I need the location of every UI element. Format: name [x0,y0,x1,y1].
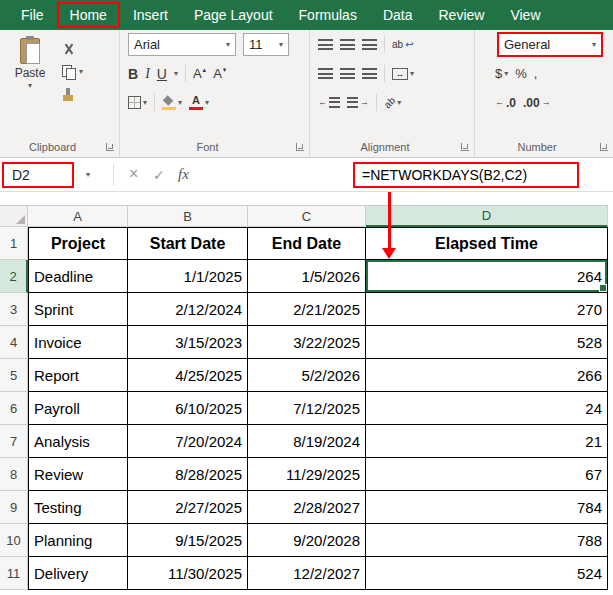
cell-D3[interactable]: 270 [366,293,608,326]
cell-C8[interactable]: 11/29/2025 [248,458,366,491]
font-name-select[interactable]: Arial ▾ [128,33,236,56]
cell-D7[interactable]: 21 [366,425,608,458]
number-dialog-launcher-icon[interactable] [600,143,608,151]
row-header-5[interactable]: 5 [0,359,28,392]
fill-color-button[interactable]: ▾ [162,96,182,110]
italic-button[interactable]: I [145,67,150,81]
row-header-9[interactable]: 9 [0,491,28,524]
cell-A1[interactable]: Project [28,227,128,260]
font-dialog-launcher-icon[interactable] [296,143,304,151]
cell-C4[interactable]: 3/22/2025 [248,326,366,359]
cell-D11[interactable]: 524 [366,557,608,590]
font-color-button[interactable]: A▾ [189,95,209,110]
align-middle-button[interactable] [340,39,355,50]
column-header-b[interactable]: B [128,205,248,227]
row-header-3[interactable]: 3 [0,293,28,326]
row-header-2[interactable]: 2 [0,260,28,293]
cell-A9[interactable]: Testing [28,491,128,524]
column-header-a[interactable]: A [28,205,128,227]
comma-style-button[interactable]: , [534,66,538,81]
cell-C6[interactable]: 7/12/2025 [248,392,366,425]
cell-D8[interactable]: 67 [366,458,608,491]
cell-A8[interactable]: Review [28,458,128,491]
cell-D4[interactable]: 528 [366,326,608,359]
tab-formulas[interactable]: Formulas [286,2,370,28]
alignment-dialog-launcher-icon[interactable] [461,143,469,151]
cell-D10[interactable]: 788 [366,524,608,557]
decrease-font-size-button[interactable]: A▾ [213,66,226,81]
align-bottom-button[interactable] [362,39,377,50]
insert-function-icon[interactable]: fx [178,166,189,183]
chevron-down-icon[interactable]: ▾ [174,70,178,78]
cell-C11[interactable]: 12/2/2027 [248,557,366,590]
row-header-7[interactable]: 7 [0,425,28,458]
underline-button[interactable]: U [157,67,167,81]
row-header-4[interactable]: 4 [0,326,28,359]
cell-B5[interactable]: 4/25/2025 [128,359,248,392]
cell-C5[interactable]: 5/2/2026 [248,359,366,392]
cell-A2[interactable]: Deadline [28,260,128,293]
cell-C2[interactable]: 1/5/2026 [248,260,366,293]
tab-home[interactable]: Home [57,2,120,28]
align-left-button[interactable] [318,68,333,79]
tab-review[interactable]: Review [426,2,498,28]
align-top-button[interactable] [318,39,333,50]
cell-A3[interactable]: Sprint [28,293,128,326]
enter-icon[interactable]: ✓ [153,167,165,183]
formula-input[interactable]: =NETWORKDAYS(B2,C2) [353,162,579,188]
cell-B10[interactable]: 9/15/2025 [128,524,248,557]
name-box[interactable]: D2 [2,162,74,188]
cell-B6[interactable]: 6/10/2025 [128,392,248,425]
tab-view[interactable]: View [497,2,553,28]
cell-D6[interactable]: 24 [366,392,608,425]
decrease-indent-button[interactable]: ← [318,97,340,108]
cell-C7[interactable]: 8/19/2024 [248,425,366,458]
accounting-format-button[interactable]: $▾ [495,66,508,81]
cell-B3[interactable]: 2/12/2024 [128,293,248,326]
cell-A11[interactable]: Delivery [28,557,128,590]
cell-A5[interactable]: Report [28,359,128,392]
cell-B9[interactable]: 2/27/2025 [128,491,248,524]
row-header-10[interactable]: 10 [0,524,28,557]
cell-B8[interactable]: 8/28/2025 [128,458,248,491]
cell-C3[interactable]: 2/21/2025 [248,293,366,326]
cell-C1[interactable]: End Date [248,227,366,260]
orientation-button[interactable]: ab▾ [384,97,401,108]
copy-button[interactable]: ▾ [62,64,83,80]
font-size-select[interactable]: 11 ▾ [243,33,289,56]
cell-B4[interactable]: 3/15/2023 [128,326,248,359]
row-header-8[interactable]: 8 [0,458,28,491]
cell-A7[interactable]: Analysis [28,425,128,458]
cancel-icon[interactable]: × [129,165,138,183]
tab-file[interactable]: File [8,2,57,28]
name-box-chevron-icon[interactable]: ▾ [86,171,90,179]
cell-D9[interactable]: 784 [366,491,608,524]
percent-style-button[interactable]: % [515,66,527,81]
column-header-c[interactable]: C [248,205,366,227]
row-header-11[interactable]: 11 [0,557,28,590]
cell-C9[interactable]: 2/28/2027 [248,491,366,524]
merge-center-button[interactable]: ↔▾ [392,68,414,80]
format-painter-button[interactable] [62,87,83,103]
increase-indent-button[interactable]: → [347,97,369,108]
cell-D5[interactable]: 266 [366,359,608,392]
cell-B2[interactable]: 1/1/2025 [128,260,248,293]
align-right-button[interactable] [362,68,377,79]
cell-B11[interactable]: 11/30/2025 [128,557,248,590]
cell-B1[interactable]: Start Date [128,227,248,260]
increase-decimal-button[interactable]: ←.0 [495,96,516,110]
clipboard-dialog-launcher-icon[interactable] [106,143,114,151]
paste-button[interactable]: Paste ▾ [8,38,52,103]
row-header-1[interactable]: 1 [0,227,28,260]
tab-data[interactable]: Data [370,2,426,28]
tab-insert[interactable]: Insert [120,2,181,28]
align-center-button[interactable] [340,68,355,79]
cell-A6[interactable]: Payroll [28,392,128,425]
tab-page-layout[interactable]: Page Layout [181,2,286,28]
cell-A4[interactable]: Invoice [28,326,128,359]
borders-button[interactable]: ▾ [128,96,147,109]
row-header-6[interactable]: 6 [0,392,28,425]
increase-font-size-button[interactable]: A▴ [193,66,206,81]
bold-button[interactable]: B [128,67,138,81]
column-header-d[interactable]: D [366,205,608,227]
